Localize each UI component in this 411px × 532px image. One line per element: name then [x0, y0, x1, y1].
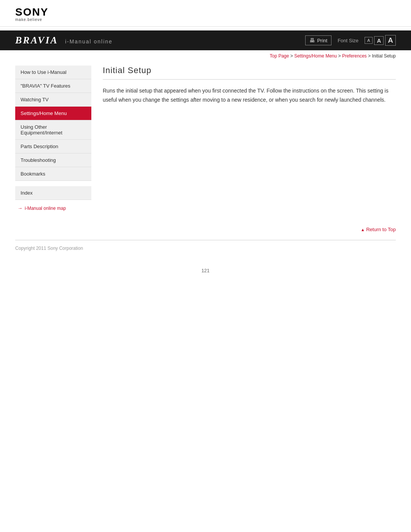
sidebar-item-watching-tv[interactable]: Watching TV: [15, 93, 91, 107]
imanual-map-link[interactable]: → i-Manual online map: [15, 205, 91, 211]
sidebar-spacer: [15, 181, 91, 186]
bravia-logo: BRAVIA: [15, 35, 58, 46]
logo-area: SONY make.believe: [0, 0, 411, 27]
triangle-up-icon: ▲: [361, 227, 365, 232]
imanual-map-label: i-Manual online map: [25, 206, 66, 211]
print-label: Print: [317, 38, 327, 43]
sidebar-item-troubleshooting[interactable]: Troubleshooting: [15, 153, 91, 167]
print-button[interactable]: 🖶 Print: [305, 35, 331, 45]
sidebar-item-how-to-use[interactable]: How to Use i-Manual: [15, 66, 91, 79]
sidebar-item-using-other[interactable]: Using Other Equipment/Internet: [15, 120, 91, 140]
sidebar-item-parts-description[interactable]: Parts Description: [15, 140, 91, 153]
return-to-top-area: ▲ Return to Top: [0, 219, 411, 240]
header-controls: 🖶 Print Font Size A A A: [305, 35, 396, 46]
breadcrumb-settings[interactable]: Settings/Home Menu: [294, 53, 337, 59]
font-medium-button[interactable]: A: [374, 36, 384, 45]
arrow-right-icon: →: [18, 205, 22, 211]
sony-tagline: make.believe: [15, 18, 396, 22]
font-large-button[interactable]: A: [385, 35, 396, 46]
print-icon: 🖶: [309, 37, 315, 43]
return-to-top-link[interactable]: ▲ Return to Top: [361, 227, 396, 232]
breadcrumb-preferences[interactable]: Preferences: [342, 53, 367, 59]
sidebar-item-bookmarks[interactable]: Bookmarks: [15, 167, 91, 181]
sony-wordmark: SONY: [15, 7, 396, 18]
imanual-subtitle: i-Manual online: [65, 38, 113, 45]
main-content: Initial Setup Runs the initial setup tha…: [103, 64, 396, 211]
page-title: Initial Setup: [103, 66, 396, 80]
sidebar-item-bravia-features[interactable]: "BRAVIA" TV Features: [15, 79, 91, 93]
bravia-header-bar: BRAVIA i-Manual online 🖶 Print Font Size…: [0, 30, 411, 50]
content-body: Runs the initial setup that appeared whe…: [103, 86, 396, 105]
sidebar-nav: How to Use i-Manual "BRAVIA" TV Features…: [15, 66, 91, 211]
main-container: How to Use i-Manual "BRAVIA" TV Features…: [0, 64, 411, 211]
font-size-controls: A A A: [365, 35, 396, 46]
breadcrumb-current: > Initial Setup: [367, 53, 396, 59]
breadcrumb-top-page[interactable]: Top Page: [270, 53, 289, 59]
font-size-label: Font Size: [338, 38, 358, 43]
breadcrumb-sep1: >: [289, 53, 294, 59]
breadcrumb-sep2: >: [337, 53, 342, 59]
font-small-button[interactable]: A: [365, 37, 373, 44]
sidebar-item-settings-home[interactable]: Settings/Home Menu: [15, 107, 91, 120]
sidebar-item-index[interactable]: Index: [15, 186, 91, 200]
copyright-text: Copyright 2011 Sony Corporation: [15, 246, 83, 251]
page-number: 121: [0, 256, 411, 277]
breadcrumb: Top Page > Settings/Home Menu > Preferen…: [0, 50, 411, 60]
bravia-title-group: BRAVIA i-Manual online: [15, 35, 113, 46]
return-top-label: Return to Top: [366, 227, 396, 232]
sony-logo: SONY make.believe: [15, 7, 396, 22]
footer: Copyright 2011 Sony Corporation: [0, 240, 411, 256]
